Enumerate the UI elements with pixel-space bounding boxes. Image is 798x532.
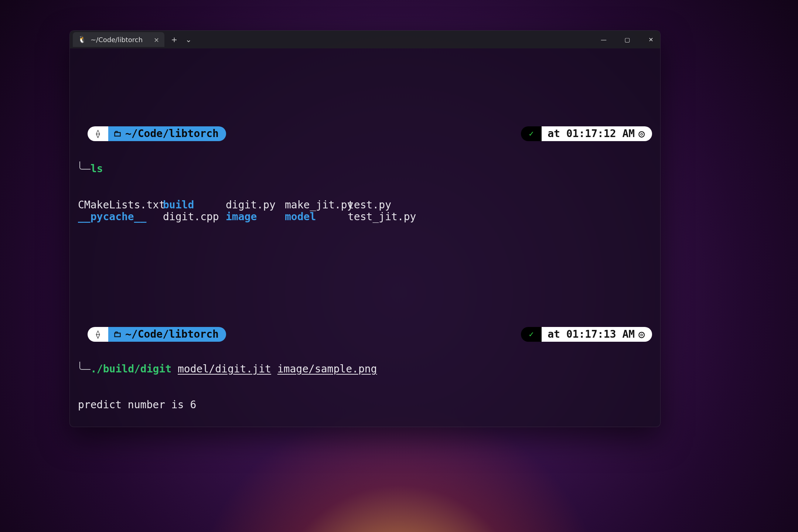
ls-output: CMakeLists.txt build digit.py make_jit.p… [78,199,652,223]
clock-icon: ◎ [638,328,645,340]
os-icon: ⟠ [88,126,108,141]
command-text: ls [91,163,103,175]
new-tab-button[interactable]: + [171,35,177,44]
tab-active[interactable]: 🐧 ~/Code/libtorch × [73,32,164,47]
folder-icon: 🗀 [113,130,122,138]
titlebar: 🐧 ~/Code/libtorch × + ⌄ — ▢ ✕ [70,31,660,48]
ls-item: digit.cpp [163,211,226,223]
tab-title: ~/Code/libtorch [91,36,143,44]
ls-item: CMakeLists.txt [78,199,163,211]
command-text: ./build/digit model/digit.jit image/samp… [91,363,377,375]
tab-close-button[interactable]: × [154,36,159,44]
command-block: ⟠ 🗀 ~/Code/libtorch ✓ at 01:17:12 AM ◎ [78,103,652,247]
ls-item: model [285,211,348,223]
maximize-button[interactable]: ▢ [622,36,633,43]
timestamp: at 01:17:13 AM [548,328,635,340]
tab-actions: + ⌄ [171,35,192,44]
os-icon: ⟠ [88,327,108,342]
prompt-pill: ⟠ 🗀 ~/Code/libtorch [88,327,226,342]
prompt-pill: ⟠ 🗀 ~/Code/libtorch [88,126,226,141]
window-controls: — ▢ ✕ [598,31,657,48]
terminal-window: 🐧 ~/Code/libtorch × + ⌄ — ▢ ✕ ⟠ 🗀 [69,30,661,427]
folder-icon: 🗀 [113,330,122,338]
prompt-path: ~/Code/libtorch [125,128,219,140]
timestamp: at 01:17:12 AM [548,128,635,140]
prompt-connector [79,161,91,170]
ls-item: make_jit.py [285,199,348,211]
timestamp-pill: ✓ at 01:17:12 AM ◎ [521,126,652,141]
ls-item: test.py [348,199,414,211]
check-icon: ✓ [521,126,542,141]
tux-icon: 🐧 [78,36,86,43]
ls-item: digit.py [226,199,285,211]
ls-item: build [163,199,226,211]
ls-item: __pycache__ [78,211,163,223]
clock-icon: ◎ [638,128,645,140]
command-output: predict number is 6 [78,399,652,411]
close-window-button[interactable]: ✕ [645,36,657,43]
ls-item: test_jit.py [348,211,414,223]
terminal-body[interactable]: ⟠ 🗀 ~/Code/libtorch ✓ at 01:17:12 AM ◎ [70,48,660,427]
prompt-path: ~/Code/libtorch [125,328,219,340]
command-block: ⟠ 🗀 ~/Code/libtorch ✓ at 01:17:13 AM ◎ [78,303,652,427]
check-icon: ✓ [521,327,542,342]
timestamp-pill: ✓ at 01:17:13 AM ◎ [521,327,652,342]
ls-item: image [226,211,285,223]
tab-dropdown-button[interactable]: ⌄ [185,35,192,44]
prompt-connector [79,362,91,370]
minimize-button[interactable]: — [598,36,609,43]
